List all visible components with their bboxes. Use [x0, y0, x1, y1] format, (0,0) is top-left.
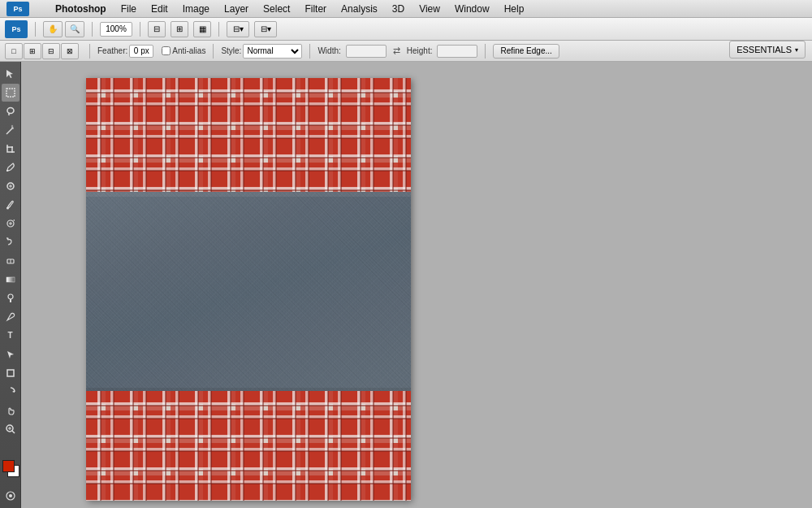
secondary-bar: □ ⊞ ⊟ ⊠ Feather: Anti-alias Style: Norma… [0, 41, 812, 62]
sep-secondary-3 [309, 44, 310, 59]
menu-photoshop[interactable]: Photoshop [49, 2, 113, 16]
canvas-container[interactable] [86, 78, 411, 501]
selection-mode-group: □ ⊞ ⊟ ⊠ [5, 43, 79, 59]
style-label: Style: Normal Fixed Ratio Fixed Size [221, 44, 302, 59]
view-btn-1[interactable]: ⊟ [148, 21, 166, 37]
svg-line-4 [6, 128, 12, 134]
width-input[interactable] [346, 45, 387, 58]
foreground-color[interactable] [2, 460, 15, 472]
svg-rect-21 [7, 370, 14, 376]
tool-pen[interactable] [2, 308, 19, 326]
subtract-selection-btn[interactable]: ⊟ [42, 43, 60, 59]
svg-marker-0 [6, 70, 13, 78]
menu-layer[interactable]: Layer [218, 2, 255, 16]
arrange-btn-1[interactable]: ⊟▾ [227, 21, 249, 37]
essentials-button[interactable]: ESSENTIALS ▾ [729, 41, 806, 59]
svg-rect-66 [86, 391, 411, 501]
svg-point-13 [6, 207, 9, 210]
tool-zoom[interactable] [2, 420, 19, 438]
options-bar: Ps ✋ 🔍 ⊟ ⊞ ▦ ⊟▾ ⊟▾ ESSENTIALS ▾ [0, 18, 812, 41]
tool-3d-rotate[interactable] [2, 383, 19, 401]
width-label: Width: [317, 46, 340, 55]
height-input[interactable] [437, 45, 477, 58]
tool-crop[interactable] [2, 140, 19, 158]
menu-help[interactable]: Help [498, 2, 531, 16]
tool-marquee-rect[interactable] [2, 84, 19, 102]
apple-menu[interactable] [34, 7, 47, 11]
tool-eraser[interactable] [2, 252, 19, 270]
svg-rect-43 [86, 78, 411, 192]
ps-logo: Ps [6, 2, 29, 16]
menu-file[interactable]: File [114, 2, 143, 16]
intersect-selection-btn[interactable]: ⊠ [61, 43, 79, 59]
menu-filter[interactable]: Filter [298, 2, 333, 16]
new-selection-btn[interactable]: □ [5, 43, 23, 59]
view-btn-3[interactable]: ▦ [193, 21, 211, 37]
quick-mask-btn[interactable] [2, 487, 19, 505]
tool-gradient[interactable] [2, 271, 19, 289]
refine-edge-button[interactable]: Refine Edge... [493, 44, 559, 59]
svg-marker-22 [12, 390, 15, 393]
left-toolbar: T [0, 62, 21, 508]
tool-clone-stamp[interactable] [2, 215, 19, 232]
canvas-middle-denim [86, 192, 411, 391]
swap-icon[interactable]: ⇄ [393, 46, 400, 56]
separator-2 [92, 22, 93, 37]
menu-view[interactable]: View [412, 2, 447, 16]
menu-bar: Ps Photoshop File Edit Image Layer Selec… [0, 0, 812, 18]
ps-icon-btn[interactable]: Ps [5, 20, 28, 38]
tool-history-brush[interactable] [2, 233, 19, 251]
canvas-bottom-plaid [86, 391, 411, 501]
view-btn-2[interactable]: ⊞ [171, 21, 188, 37]
tool-eyedropper[interactable] [2, 158, 19, 176]
tool-dodge[interactable] [2, 289, 19, 307]
menu-edit[interactable]: Edit [145, 2, 175, 16]
tool-spot-heal[interactable] [2, 177, 19, 195]
svg-point-19 [8, 294, 13, 299]
main-area: T [0, 62, 812, 508]
essentials-dropdown-icon: ▾ [795, 46, 798, 54]
add-selection-btn[interactable]: ⊞ [24, 43, 41, 59]
sep-secondary-4 [485, 44, 486, 59]
canvas-top-plaid [86, 78, 411, 192]
sep-secondary-2 [213, 44, 214, 59]
anti-alias-checkbox[interactable] [162, 46, 171, 55]
essentials-label: ESSENTIALS [736, 45, 792, 54]
height-label: Height: [407, 46, 433, 55]
svg-marker-8 [11, 125, 13, 128]
zoom-input[interactable] [100, 22, 132, 37]
menu-window[interactable]: Window [448, 2, 496, 16]
separator-3 [140, 22, 140, 37]
menu-select[interactable]: Select [257, 2, 296, 16]
arrange-btn-2[interactable]: ⊟▾ [254, 21, 277, 37]
tool-icon-group: ✋ 🔍 [43, 21, 84, 37]
svg-rect-18 [6, 277, 15, 282]
separator-4 [218, 22, 219, 37]
color-swatch-area [2, 460, 19, 483]
canvas-area [21, 62, 812, 508]
anti-alias-label: Anti-alias [162, 46, 205, 55]
menu-3d[interactable]: 3D [386, 2, 411, 16]
tool-lasso[interactable] [2, 102, 19, 120]
menu-image[interactable]: Image [176, 2, 216, 16]
svg-point-2 [7, 108, 14, 114]
hand-toggle[interactable]: ✋ [43, 21, 63, 37]
style-select[interactable]: Normal Fixed Ratio Fixed Size [243, 44, 302, 59]
feather-input[interactable] [129, 45, 153, 58]
tool-shape[interactable] [2, 364, 19, 382]
sep-secondary-1 [89, 44, 90, 59]
feather-label: Feather: [97, 45, 153, 58]
svg-point-28 [9, 494, 12, 497]
menu-analysis[interactable]: Analysis [335, 2, 384, 16]
tool-brush[interactable] [2, 196, 19, 214]
tool-magic-wand[interactable] [2, 121, 19, 139]
tool-type[interactable]: T [2, 327, 19, 345]
tool-path-select[interactable] [2, 345, 19, 363]
separator-1 [35, 22, 36, 37]
tool-hand[interactable] [2, 402, 19, 419]
svg-line-24 [12, 431, 15, 433]
svg-rect-1 [6, 89, 15, 97]
zoom-toggle[interactable]: 🔍 [65, 21, 84, 37]
svg-rect-9 [6, 170, 8, 172]
tool-arrow[interactable] [2, 65, 19, 83]
